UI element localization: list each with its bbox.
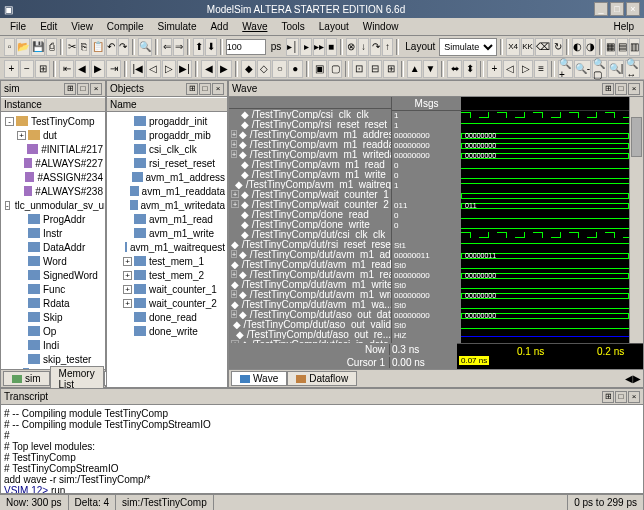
wave-plot[interactable]: 0000000000000000000000000110000001100000… (461, 97, 643, 343)
wave-signal[interactable]: ◆ /TestTinyComp/dut/avm_m1_read (229, 259, 391, 269)
edge-last-button[interactable]: ▶| (177, 60, 192, 78)
wave-signal[interactable]: ◆ /TestTinyComp/dut/rsi_reset_reset (229, 239, 391, 249)
object-item[interactable]: avm_m1_readdata (109, 184, 225, 198)
zoom-cursor-button[interactable]: 🔍| (608, 60, 625, 78)
save-button[interactable]: 💾 (31, 38, 45, 56)
wave-a-button[interactable]: ◆ (241, 60, 256, 78)
tb2-button[interactable]: ◑ (585, 38, 596, 56)
wave-h-button[interactable]: ⊟ (368, 60, 383, 78)
tree-item[interactable]: #ALWAYS#238 (3, 184, 103, 198)
tree-item[interactable]: DataAddr (3, 240, 103, 254)
tree-item[interactable]: Indi (3, 338, 103, 352)
refresh-button[interactable]: ↻ (552, 38, 563, 56)
wave-signal[interactable]: +◆ /TestTinyComp/avm_m1_writedata (229, 149, 391, 159)
wave-signal[interactable]: +◆ /TestTinyComp/wait_counter_1 (229, 189, 391, 199)
paste-button[interactable]: 📋 (91, 38, 105, 56)
bookmark-add-button[interactable]: + (487, 60, 502, 78)
wave-group-button[interactable]: ⊞ (35, 60, 50, 78)
cut-button[interactable]: ✂ (66, 38, 77, 56)
object-item[interactable]: +wait_counter_1 (109, 282, 225, 296)
open-button[interactable]: 📂 (16, 38, 30, 56)
wave-signal[interactable]: +◆ /TestTinyComp/wait_counter_2 (229, 199, 391, 209)
bookmark-prev-button[interactable]: ◁ (503, 60, 518, 78)
new-button[interactable]: ▫ (4, 38, 15, 56)
cursor-next-button[interactable]: ⇥ (106, 60, 121, 78)
tree-item[interactable]: -TestTinyComp (3, 114, 103, 128)
tree-item[interactable]: +dut (3, 128, 103, 142)
tree-item[interactable]: -tlc_unmodular_sv_unit (3, 198, 103, 212)
object-item[interactable]: avm_m1_address (109, 170, 225, 184)
tb5-button[interactable]: ▥ (629, 38, 640, 56)
obj-dock-button[interactable]: ⊞ (186, 83, 198, 95)
sim-max-button[interactable]: □ (77, 83, 89, 95)
menu-wave[interactable]: Wave (236, 19, 273, 34)
cursor-left-button[interactable]: ◀ (75, 60, 90, 78)
tb4-button[interactable]: ▤ (617, 38, 628, 56)
find-button[interactable]: 🔍 (138, 38, 152, 56)
tab-dataflow[interactable]: Dataflow (287, 371, 357, 386)
step-button[interactable]: ↓ (358, 38, 369, 56)
obj-col-name[interactable]: Name (110, 99, 137, 110)
tree-item[interactable]: skip_tester (3, 352, 103, 366)
copy-button[interactable]: ⎘ (78, 38, 89, 56)
wave-k-button[interactable]: ▼ (423, 60, 438, 78)
redo-button[interactable]: ↷ (118, 38, 129, 56)
wave-signal[interactable]: +◆ /TestTinyComp/dut/avm_m1_wri... (229, 289, 391, 299)
menu-window[interactable]: Window (357, 19, 405, 34)
objects-tree[interactable]: progaddr_initprogaddr_mibcsi_clk_clkrsi_… (107, 112, 227, 387)
maximize-button[interactable]: □ (610, 2, 624, 16)
wave-del-button[interactable]: − (20, 60, 35, 78)
object-item[interactable]: +test_mem_1 (109, 254, 225, 268)
object-item[interactable]: avm_m1_write (109, 226, 225, 240)
cursor-label[interactable]: Cursor 1 (229, 357, 389, 368)
menu-layout[interactable]: Layout (313, 19, 355, 34)
wave-signal[interactable]: ◆ /TestTinyComp/rsi_reset_reset (229, 119, 391, 129)
wave-b-button[interactable]: ◇ (257, 60, 272, 78)
cursor-prev-button[interactable]: ⇤ (59, 60, 74, 78)
wave-signal-names[interactable]: ◆ /TestTinyComp/csi_clk_clk◆ /TestTinyCo… (229, 97, 391, 343)
object-item[interactable]: rsi_reset_reset (109, 156, 225, 170)
print-button[interactable]: ⎙ (46, 38, 57, 56)
wave-scroll-left-button[interactable]: ◀ (201, 60, 216, 78)
tb3-button[interactable]: ▦ (605, 38, 616, 56)
wave-signal[interactable]: ◆ /TestTinyComp/dut/avm_m1_write (229, 279, 391, 289)
wave-signal[interactable]: ◆ /TestTinyComp/dut/aso_out_re... (229, 329, 391, 339)
wave-signal[interactable]: +◆ /TestTinyComp/dut/avm_m1_rea... (229, 269, 391, 279)
wave-signal[interactable]: +◆ /TestTinyComp/dut/aso_out_data (229, 309, 391, 319)
zoom-range-button[interactable]: 🔍↔ (625, 60, 640, 78)
tab-wave[interactable]: Wave (231, 371, 287, 386)
object-item[interactable]: avm_m1_read (109, 212, 225, 226)
break-button[interactable]: ⊗ (346, 38, 357, 56)
tree-item[interactable]: Instr (3, 226, 103, 240)
tree-item[interactable]: #ASSIGN#234 (3, 170, 103, 184)
wave-signal[interactable]: ◆ /TestTinyComp/avm_m1_read (229, 159, 391, 169)
wave-j-button[interactable]: ▲ (407, 60, 422, 78)
bookmark-next-button[interactable]: ▷ (518, 60, 533, 78)
wave-scrollbar[interactable] (629, 97, 643, 343)
object-item[interactable]: progaddr_mib (109, 128, 225, 142)
stop-button[interactable]: ■ (326, 38, 337, 56)
clear-button[interactable]: ⌫ (535, 38, 551, 56)
wave-g-button[interactable]: ⊡ (352, 60, 367, 78)
sim-tree[interactable]: -TestTinyComp+dut#INITIAL#217#ALWAYS#227… (1, 112, 105, 369)
run-step-button[interactable]: ▸│ (286, 38, 299, 56)
wave-max-button[interactable]: □ (615, 83, 627, 95)
menu-file[interactable]: File (4, 19, 32, 34)
object-item[interactable]: +test_mem_2 (109, 268, 225, 282)
tree-item[interactable]: #INITIAL#217 (3, 142, 103, 156)
object-item[interactable]: avm_m1_writedata (109, 198, 225, 212)
wave-e-button[interactable]: ▣ (312, 60, 327, 78)
tree-item[interactable]: SignedWord (3, 268, 103, 282)
wave-signal[interactable]: +◆ /TestTinyComp/avm_m1_readdata (229, 139, 391, 149)
object-item[interactable]: progaddr_init (109, 114, 225, 128)
edge-first-button[interactable]: |◀ (130, 60, 145, 78)
kk-button[interactable]: KK (521, 38, 534, 56)
wave-close-button[interactable]: × (628, 83, 640, 95)
wave-signal[interactable]: ◆ /TestTinyComp/dut/aso_out_valid (229, 319, 391, 329)
obj-close-button[interactable]: × (212, 83, 224, 95)
sim-close-button[interactable]: × (90, 83, 102, 95)
menu-edit[interactable]: Edit (34, 19, 63, 34)
object-item[interactable]: done_write (109, 324, 225, 338)
nav-down-button[interactable]: ⬇ (205, 38, 216, 56)
obj-max-button[interactable]: □ (199, 83, 211, 95)
